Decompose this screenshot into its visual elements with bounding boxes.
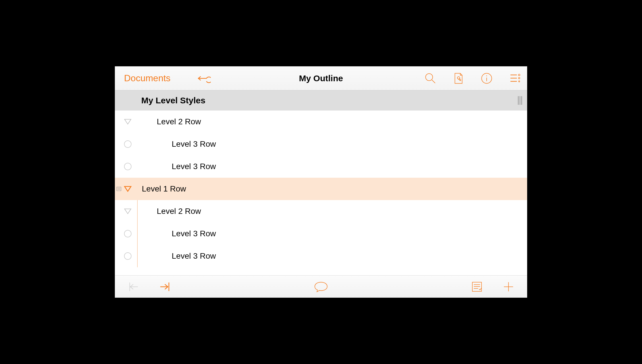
outline-row[interactable]: Level 1 Row [115,178,527,200]
row-gutter [115,140,141,148]
row-gutter [115,252,141,260]
svg-point-0 [426,73,433,81]
svg-line-1 [432,80,435,83]
undo-button[interactable] [196,71,211,86]
section-header[interactable]: My Level Styles [115,90,527,111]
row-label[interactable]: Level 3 Row [172,162,216,171]
info-icon [480,72,493,85]
info-button[interactable] [479,71,494,86]
page-title: My Outline [299,73,343,83]
row-bullet-icon[interactable] [124,252,132,260]
undo-icon [196,73,211,84]
more-button[interactable] [508,71,522,86]
disclosure-triangle-icon[interactable] [124,185,132,193]
note-indicator-icon [117,187,121,191]
disclosure-triangle-icon[interactable] [124,118,132,126]
notes-list-icon [471,281,483,293]
svg-point-9 [519,77,520,79]
row-gutter [115,185,141,193]
bullet-list-icon [508,73,521,84]
svg-point-10 [519,81,520,82]
tools-button[interactable] [451,71,466,86]
plus-icon [502,281,515,293]
svg-point-8 [518,74,520,76]
add-button[interactable] [501,280,516,294]
wrench-document-icon [453,71,465,85]
row-gutter [115,118,141,126]
row-bullet-icon[interactable] [124,140,132,148]
svg-point-3 [486,75,487,76]
outline-row[interactable]: Level 3 Row [115,133,527,155]
row-gutter [115,230,141,237]
speech-bubble-icon [314,280,328,294]
row-bullet-icon[interactable] [124,163,132,170]
toolbar-top: Documents My Outline [115,66,527,90]
section-title: My Level Styles [141,96,205,105]
outdent-button[interactable] [126,280,141,294]
row-label[interactable]: Level 2 Row [157,117,201,126]
row-label[interactable]: Level 3 Row [172,140,216,149]
outline-row[interactable]: Level 3 Row [115,245,527,267]
note-button[interactable] [314,280,328,294]
outline-row[interactable]: Level 2 Row [115,111,527,133]
app-window: Documents My Outline [112,63,530,301]
documents-button[interactable]: Documents [124,73,171,84]
search-icon [424,72,437,85]
outline-row[interactable]: Level 3 Row [115,155,527,178]
hierarchy-guide [137,200,138,267]
row-gutter [115,163,141,170]
row-label[interactable]: Level 2 Row [157,207,201,216]
disclosure-triangle-icon[interactable] [124,207,132,215]
row-label[interactable]: Level 1 Row [142,184,186,193]
toolbar-bottom [115,275,527,298]
outline-row[interactable]: Level 3 Row [115,222,527,245]
notes-list-button[interactable] [470,280,484,294]
outdent-icon [127,280,140,293]
drag-handle-icon[interactable] [518,96,524,105]
row-bullet-icon[interactable] [124,230,132,237]
outline-body[interactable]: Level 2 RowLevel 3 RowLevel 3 RowLevel 1… [115,111,527,275]
indent-button[interactable] [158,280,172,294]
outline-row[interactable]: Level 2 Row [115,200,527,222]
row-label[interactable]: Level 3 Row [172,251,216,261]
indent-icon [159,280,171,293]
row-gutter [115,207,141,215]
row-label[interactable]: Level 3 Row [172,229,216,238]
search-button[interactable] [423,71,438,86]
